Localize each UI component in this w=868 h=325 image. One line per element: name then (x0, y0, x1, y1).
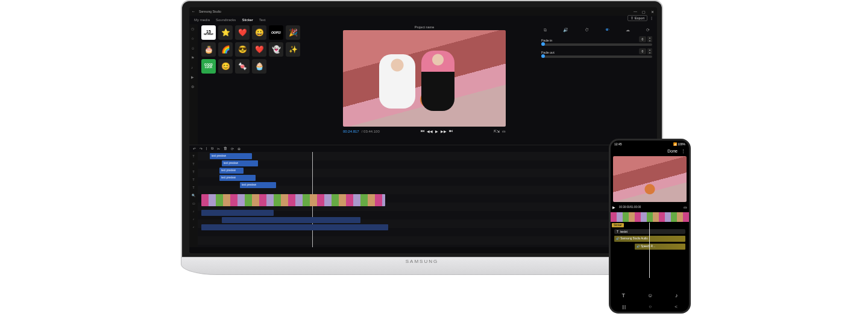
phone-music-tool[interactable]: ♪ (675, 292, 678, 298)
prop-cloud-icon[interactable]: ☁ (626, 28, 630, 33)
preview-video[interactable] (343, 30, 506, 127)
timeline-ruler[interactable] (189, 247, 657, 253)
phone-text-tool[interactable]: T (621, 292, 625, 298)
timeline-audio-clip[interactable] (201, 210, 274, 216)
fade-out-slider[interactable] (541, 55, 652, 58)
track-icon-video[interactable]: ▭ (192, 201, 195, 205)
prop-opacity-icon[interactable]: 👁 (605, 28, 609, 33)
sticker-goodluck[interactable]: GOOD LUCK (201, 59, 216, 74)
sticker-cupcake[interactable]: 🧁 (252, 59, 266, 74)
split-button[interactable]: ⧉ (211, 147, 213, 151)
cut-button[interactable]: ✂ (217, 147, 220, 151)
fade-out-down-icon[interactable]: ▾ (647, 51, 652, 54)
export-button[interactable]: ⇪ Export (627, 15, 647, 21)
side-icon-face[interactable]: ☺ (191, 46, 196, 51)
timeline-text-clip[interactable]: text preview (222, 160, 258, 166)
side-icon-gear[interactable]: ⚙ (191, 84, 196, 89)
tab-text[interactable]: Text (259, 18, 266, 22)
tab-sticker[interactable]: Sticker (242, 18, 253, 22)
minimize-button[interactable]: — (633, 10, 638, 14)
fade-in-slider[interactable] (541, 43, 652, 46)
track-icon-text[interactable]: T (192, 178, 194, 181)
step-back-button[interactable]: ◀◀ (427, 129, 433, 133)
side-icon-music[interactable]: ♪ (191, 65, 196, 70)
side-icon-star[interactable]: ☆ (191, 36, 196, 41)
track-icon-search[interactable]: 🔍 (192, 194, 195, 197)
sticker-sparkle[interactable]: ✨ (286, 42, 300, 57)
timeline-text-clip[interactable]: text preview (219, 168, 244, 174)
skip-start-button[interactable]: ⏮ (421, 129, 424, 133)
back-icon[interactable]: ← (192, 10, 195, 13)
side-icon-recent[interactable]: ◷ (191, 27, 196, 31)
phone-playhead[interactable] (649, 222, 650, 278)
play-button[interactable]: ▶ (435, 129, 438, 133)
fullscreen-icon[interactable]: ▭ (502, 129, 506, 133)
prop-volume-icon[interactable]: 🔊 (563, 28, 568, 33)
project-name-label[interactable]: Project name (415, 25, 434, 29)
phone-play-button[interactable]: ▶ (612, 205, 615, 209)
sticker-smile[interactable]: 😊 (218, 59, 233, 74)
prop-rotate-icon[interactable]: ⟳ (646, 28, 650, 33)
timeline-audio-clip[interactable] (201, 224, 388, 230)
undo-button[interactable]: ↶ (193, 147, 196, 151)
sticker-heart2[interactable]: ❤️ (252, 42, 266, 57)
phone-back-button[interactable]: < (675, 304, 678, 309)
timeline-text-clip[interactable]: text preview (219, 175, 256, 181)
track-icon-text[interactable]: T (192, 154, 194, 158)
phone-recents-button[interactable]: ||| (622, 304, 626, 309)
prop-speed-icon[interactable]: ⏱ (585, 28, 589, 33)
phone-fullscreen-icon[interactable]: ▭ (684, 205, 687, 209)
sticker-oops[interactable]: OOPS! (269, 25, 283, 40)
phone-audio-clip-1[interactable]: 🔊 Samsung Studio Audio (614, 236, 685, 242)
add-button[interactable]: ⊕ (237, 147, 241, 151)
phone-text-clip[interactable]: T textxt (614, 229, 685, 234)
phone-audio-clip-2[interactable]: 🔊 Speech R… (635, 244, 685, 250)
phone-more-icon[interactable]: ⋮ (681, 149, 685, 154)
prop-crop-icon[interactable]: ⧉ (544, 28, 547, 33)
track-icon-audio[interactable]: ♪ (193, 209, 195, 213)
timeline-audio-clip[interactable] (222, 217, 360, 223)
sticker-grin[interactable]: 😀 (252, 25, 266, 40)
maximize-button[interactable]: ▢ (641, 10, 646, 14)
fade-in-stepper[interactable]: 0 ▴ ▾ (639, 36, 652, 42)
step-fwd-button[interactable]: ▶▶ (441, 129, 447, 133)
sticker-star[interactable]: ⭐ (218, 25, 233, 40)
close-button[interactable]: ✕ (650, 10, 655, 14)
sticker-cool[interactable]: 😎 (235, 42, 250, 57)
phone-home-button[interactable]: ○ (649, 304, 652, 309)
delete-button[interactable]: 🗑 (224, 147, 227, 151)
fade-in-value: 0 (639, 36, 646, 42)
timeline-video-clip[interactable] (201, 194, 385, 206)
sticker-ghost[interactable]: 👻 (269, 42, 283, 57)
track-icon-text[interactable]: T (192, 186, 194, 189)
timeline-text-clip[interactable]: text preview (210, 153, 252, 159)
track-icon-text[interactable]: T (192, 162, 194, 166)
sticker-cake[interactable]: 🎂 (201, 42, 216, 57)
track-icon-audio[interactable]: ♪ (193, 217, 195, 221)
sticker-confetti[interactable]: 🎉 (286, 25, 300, 40)
fade-out-stepper[interactable]: 0 ▴ ▾ (639, 48, 652, 54)
track-icon-text[interactable]: T (192, 170, 194, 174)
phone-video-strip[interactable] (611, 212, 689, 222)
skip-end-button[interactable]: ⏭ (449, 129, 453, 133)
phone-preview[interactable] (613, 156, 687, 202)
phone-sticker-tool[interactable]: ☺ (647, 292, 653, 298)
track-icon-audio[interactable]: ♪ (193, 225, 195, 229)
fit-icon[interactable]: ⇱⇲ (494, 129, 500, 133)
side-icon-flag[interactable]: ⚑ (191, 55, 196, 60)
redo-button[interactable]: ↷ (200, 147, 203, 151)
fade-in-down-icon[interactable]: ▾ (647, 39, 652, 42)
side-icon-play[interactable]: ▶ (191, 75, 196, 80)
tab-soundtracks[interactable]: Soundtracks (216, 18, 236, 22)
tab-my-media[interactable]: My media (194, 18, 210, 22)
tracks-area[interactable]: text previewtext previewtext previewtext… (198, 152, 657, 247)
sticker-candy[interactable]: 🍬 (235, 59, 250, 74)
phone-sticker-tag[interactable]: Sticker (612, 223, 624, 227)
more-icon[interactable]: ⋮ (650, 16, 653, 20)
done-button[interactable]: Done (667, 149, 678, 154)
sticker-heart[interactable]: ❤️ (235, 25, 250, 40)
timeline-text-clip[interactable]: text preview (240, 182, 276, 188)
sticker-rainbow[interactable]: 🌈 (218, 42, 233, 57)
sticker-calendar[interactable]: 15 SATURDAY (201, 25, 216, 40)
refresh-button[interactable]: ⟳ (231, 147, 234, 151)
